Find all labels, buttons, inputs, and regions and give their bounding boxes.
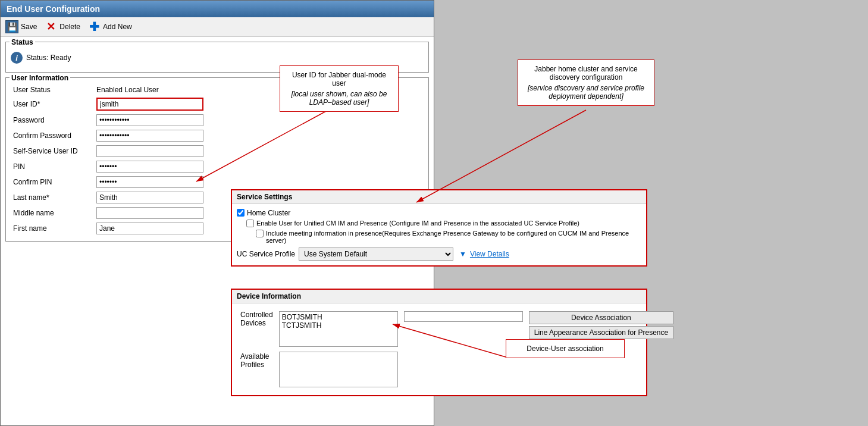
device-search-input[interactable] — [404, 311, 523, 322]
home-cluster-label: Home Cluster — [247, 209, 290, 217]
delete-button[interactable]: ✕ Delete — [44, 20, 80, 33]
pin-row: PIN — [11, 159, 424, 174]
controlled-devices-label: Controlled Devices — [238, 309, 275, 349]
delete-icon: ✕ — [44, 20, 57, 33]
callout1-title: User ID for Jabber dual-mode user — [286, 71, 392, 87]
controlled-devices-list[interactable]: BOTJSMITH TCTJSMITH — [279, 311, 398, 347]
password-label: Password — [11, 112, 94, 128]
save-label: Save — [21, 23, 37, 31]
page-container: End User Configuration 💾 Save ✕ Delete ✚… — [0, 0, 868, 426]
pin-label: PIN — [11, 159, 94, 174]
service-settings-content: Home Cluster Enable User for Unified CM … — [232, 204, 646, 265]
toolbar: 💾 Save ✕ Delete ✚ Add New — [1, 17, 434, 37]
service-settings-title: Service Settings — [232, 190, 646, 204]
include-meeting-row: Include meeting information in presence(… — [256, 230, 641, 244]
confirm-password-row: Confirm Password — [11, 128, 424, 143]
status-text: Status: Ready — [26, 54, 71, 62]
callout2-title: Jabber home cluster and service discover… — [524, 65, 648, 82]
device-info-title: Device Information — [232, 290, 646, 303]
user-info-title: User Information — [10, 74, 70, 82]
first-name-label: First name — [11, 221, 94, 236]
enable-user-label: Enable User for Unified CM IM and Presen… — [256, 220, 579, 227]
add-new-button[interactable]: ✚ Add New — [87, 20, 132, 33]
uc-service-profile-row: UC Service Profile Use System Default ▼ … — [237, 248, 641, 261]
window-title: End User Configuration — [1, 1, 434, 17]
uc-service-profile-select[interactable]: Use System Default — [299, 248, 453, 261]
middle-name-input[interactable] — [96, 207, 203, 219]
add-icon: ✚ — [87, 20, 101, 33]
self-service-row: Self-Service User ID — [11, 143, 424, 159]
confirm-pin-label: Confirm PIN — [11, 174, 94, 190]
callout-device-user: Device-User association — [506, 339, 625, 358]
include-meeting-checkbox[interactable] — [256, 230, 264, 237]
device-association-button[interactable]: Device Association — [529, 311, 673, 324]
available-profiles-label: Available Profiles — [238, 350, 275, 389]
line-appearance-button[interactable]: Line Appearance Association for Presence — [529, 326, 673, 339]
title-text: End User Configuration — [7, 4, 100, 14]
callout-jabber-user: User ID for Jabber dual-mode user [local… — [280, 65, 399, 112]
home-cluster-row: Home Cluster — [237, 209, 641, 217]
user-id-label: User ID* — [11, 96, 94, 112]
middle-name-label: Middle name — [11, 205, 94, 221]
password-input[interactable] — [96, 114, 203, 126]
last-name-label: Last name* — [11, 190, 94, 205]
view-details-link[interactable]: View Details — [470, 250, 509, 258]
uc-service-profile-label: UC Service Profile — [237, 250, 295, 258]
user-status-label: User Status — [11, 84, 94, 96]
pin-input[interactable] — [96, 161, 203, 173]
save-icon: 💾 — [5, 20, 18, 33]
first-name-input[interactable] — [96, 223, 203, 234]
password-row: Password — [11, 112, 424, 128]
status-row: i Status: Ready — [11, 48, 424, 67]
add-new-label: Add New — [103, 23, 132, 31]
service-settings-box: Service Settings Home Cluster Enable Use… — [231, 189, 647, 267]
confirm-pin-row: Confirm PIN — [11, 174, 424, 190]
callout1-sub: [local user shown, can also be LDAP–base… — [286, 90, 392, 106]
device-item-2: TCTJSMITH — [282, 321, 395, 330]
callout3-title: Device-User association — [512, 344, 618, 353]
delete-label: Delete — [59, 23, 80, 31]
enable-user-row: Enable User for Unified CM IM and Presen… — [246, 220, 641, 227]
save-button[interactable]: 💾 Save — [5, 20, 37, 33]
enable-user-checkbox[interactable] — [246, 220, 254, 227]
confirm-password-input[interactable] — [96, 130, 203, 142]
available-profiles-list[interactable] — [279, 352, 398, 387]
device-buttons: Device Association Line Appearance Assoc… — [529, 311, 673, 339]
user-id-input[interactable] — [96, 98, 203, 111]
confirm-pin-input[interactable] — [96, 176, 203, 188]
last-name-input[interactable] — [96, 192, 203, 203]
confirm-password-label: Confirm Password — [11, 128, 94, 143]
callout2-sub: [service discovery and service profile d… — [524, 84, 648, 101]
device-item-1: BOTJSMITH — [282, 313, 395, 321]
home-cluster-checkbox[interactable] — [237, 209, 245, 217]
status-section-title: Status — [10, 38, 35, 46]
include-meeting-label: Include meeting information in presence(… — [266, 230, 641, 244]
self-service-label: Self-Service User ID — [11, 143, 94, 159]
info-icon: i — [11, 52, 23, 64]
self-service-input[interactable] — [96, 145, 203, 157]
callout-jabber-cluster: Jabber home cluster and service discover… — [518, 59, 654, 106]
